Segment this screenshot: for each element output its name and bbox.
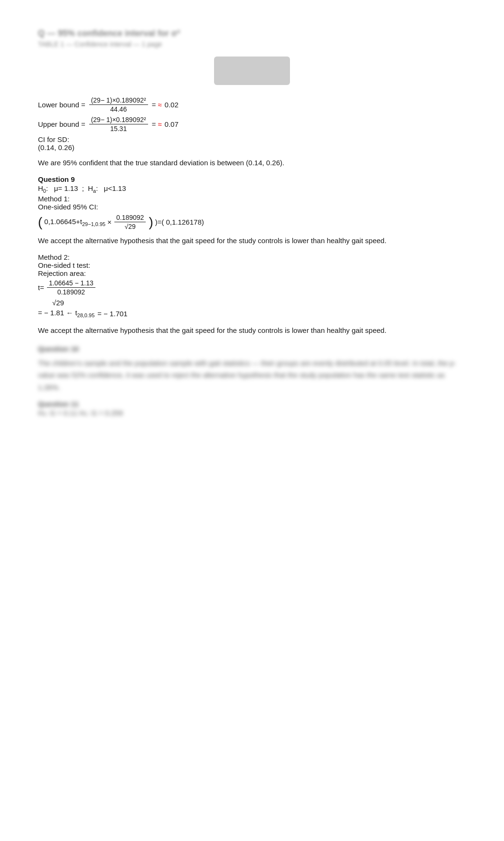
q10-blurred-text: The children's sample and the population…: [38, 357, 466, 394]
ci-fraction: 0.189092 √29: [114, 214, 146, 230]
lower-bound-equals: = ≈: [152, 101, 162, 109]
upper-bound-numerator: (29− 1)×0.189092²: [89, 116, 148, 124]
lower-bound-fraction: (29− 1)×0.189092² 44.46: [89, 96, 148, 113]
ci-left-term: 0,1.06645+t29−1,0.95: [44, 217, 105, 227]
lower-bound-numerator: (29− 1)×0.189092²: [89, 96, 148, 105]
q11-blurred-text: H₀: G = 0.11 H₁: G = 0.259: [38, 409, 466, 417]
ci-frac-den: √29: [123, 222, 138, 230]
lower-bound-approx-sign: ≈: [158, 101, 162, 109]
ci-sd-label: CI for SD:: [38, 135, 466, 143]
upper-bound-denominator: 15.31: [108, 124, 129, 132]
q9-label: Question 9: [38, 175, 466, 183]
hypothesis-line: H0: μ= 1.13 ; Ha: μ<1.13: [38, 184, 466, 194]
lower-bound-line: Lower bound = (29− 1)×0.189092² 44.46 = …: [38, 96, 466, 113]
question-10-blurred-block: Question 10 The children's sample and th…: [38, 343, 466, 393]
t-computed: = − 1.81 ← t28,0.95: [38, 309, 94, 318]
lower-bound-label: Lower bound =: [38, 101, 85, 109]
upper-bound-approx-sign: ≈: [158, 120, 162, 128]
t-sqrt-line: √29: [52, 299, 466, 307]
t-critical: = − 1.701: [97, 310, 127, 318]
upper-bound-equals: = ≈: [152, 120, 162, 128]
upper-bound-fraction: (29− 1)×0.189092² 15.31: [89, 116, 148, 132]
t-frac-num: 1.06645 − 1.13: [47, 279, 95, 288]
t-result-line: = − 1.81 ← t28,0.95 = − 1.701: [38, 309, 466, 318]
t-fraction: 1.06645 − 1.13 0.189092: [47, 279, 95, 296]
method2-sub: One-sided t test:: [38, 261, 466, 269]
ci-result: )=( 0,1.126178): [155, 218, 204, 226]
accept-alt-2: We accept the alternative hypothesis tha…: [38, 325, 466, 336]
method1-label: Method 1:: [38, 195, 466, 203]
t-frac-den-wrapper: 0.189092: [56, 288, 87, 296]
lower-bound-denominator: 44.46: [108, 105, 129, 113]
t-frac-den: 0.189092: [57, 288, 85, 296]
q11-label: Question 11: [38, 400, 466, 408]
blurred-title: Q — 95% confidence interval for σ²: [38, 28, 466, 38]
t-formula-line: t= 1.06645 − 1.13 0.189092: [38, 279, 466, 296]
upper-bound-value: 0.07: [165, 120, 178, 128]
blurred-subtitle: TABLE 1 — Confidence interval — 1 page: [38, 40, 466, 48]
rejection-label: Rejection area:: [38, 269, 466, 277]
ci-formula-line: ( 0,1.06645+t29−1,0.95 × 0.189092 √29 ) …: [38, 214, 466, 230]
ci-sd-block: CI for SD: (0.14, 0.26): [38, 135, 466, 151]
ci-frac-num: 0.189092: [114, 214, 146, 222]
lower-bound-value: 0.02: [165, 101, 178, 109]
method2-label: Method 2:: [38, 253, 466, 261]
question-11-blurred-block: Question 11 H₀: G = 0.11 H₁: G = 0.259: [38, 400, 466, 417]
ci-sd-values: (0.14, 0.26): [38, 143, 466, 151]
question-9-block: Question 9 H0: μ= 1.13 ; Ha: μ<1.13 Meth…: [38, 175, 466, 230]
t-prefix: t=: [38, 283, 44, 292]
confidence-statement: We are 95% confident that the true stand…: [38, 157, 466, 169]
accept-alt-1: We accept the alternative hypothesis tha…: [38, 235, 466, 246]
ci-close-paren: ): [149, 216, 153, 229]
ci-times: ×: [107, 218, 112, 226]
blurred-image: [214, 57, 290, 85]
upper-bound-label: Upper bound =: [38, 120, 85, 128]
method1-sub: One-sided 95% CI:: [38, 203, 466, 211]
upper-bound-line: Upper bound = (29− 1)×0.189092² 15.31 = …: [38, 116, 466, 132]
method2-block: Method 2: One-sided t test: Rejection ar…: [38, 253, 466, 318]
ci-open-paren: (: [38, 216, 42, 229]
q10-label: Question 10: [38, 343, 466, 355]
t-sqrt: √29: [52, 299, 64, 307]
